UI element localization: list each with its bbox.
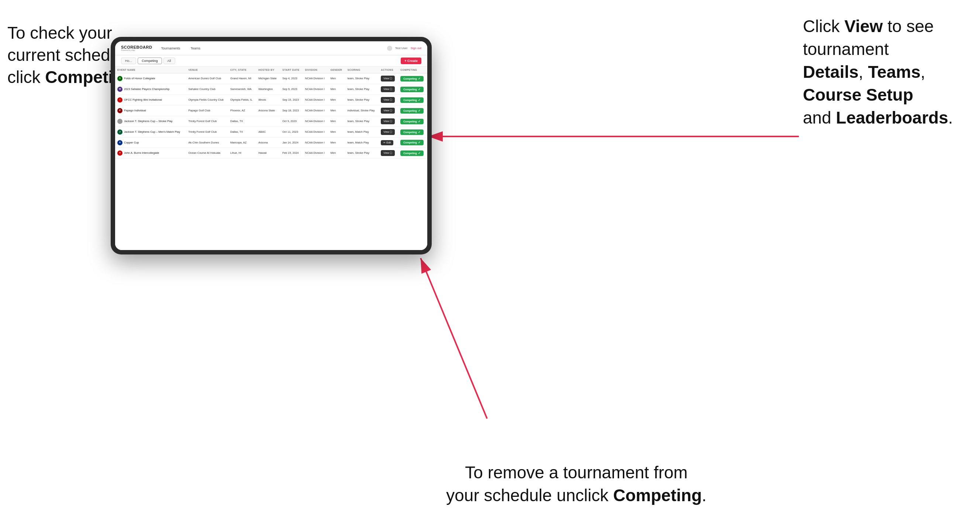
competing-button[interactable]: Competing [400,97,423,103]
col-scoring: SCORING [345,67,379,73]
create-button[interactable]: + Create [401,57,422,64]
cell-gender: Men [328,127,345,138]
header-left: SCOREBOARD Powered by clipp Tournaments … [121,45,202,51]
cell-division: NCAA Division I [303,73,328,84]
cell-division: NCAA Division I [303,84,328,95]
event-name-text: Copper Cup [124,141,139,144]
cell-event-name: W 2023 Sahalee Players Championship [115,84,186,95]
edit-button[interactable]: ✏ Edit [381,140,393,145]
col-gender: GENDER [328,67,345,73]
cell-actions: ✏ Edit [379,138,398,148]
cell-gender: Men [328,95,345,105]
competing-button[interactable]: Competing [400,151,423,156]
cell-division: NCAA Division I [303,95,328,105]
cell-scoring: team, Stroke Play [345,95,379,105]
competing-button[interactable]: Competing [400,119,423,124]
cell-competing: Competing [398,127,427,138]
user-text: Test User [395,46,408,50]
tab-competing[interactable]: Competing [138,57,162,64]
view-button[interactable]: View ⓘ [381,129,395,135]
cell-scoring: team, Stroke Play [345,148,379,159]
scoreboard-title: SCOREBOARD [121,45,152,49]
cell-competing: Competing [398,95,427,105]
nav-tournaments[interactable]: Tournaments [159,46,181,51]
col-event-name: EVENT NAME [115,67,186,73]
col-competing: COMPETING [398,67,427,73]
tablet-device: SCOREBOARD Powered by clipp Tournaments … [111,37,432,254]
cell-city-state: Lihue, HI [228,148,256,159]
nav-teams[interactable]: Teams [189,46,202,51]
cell-venue: Sahalee Country Club [186,84,228,95]
tab-home[interactable]: Ho... [121,57,136,64]
cell-city-state: Sammamish, WA [228,84,256,95]
competing-button[interactable]: Competing [400,129,423,135]
cell-hosted-by: Arizona [256,138,280,148]
tab-all[interactable]: All [164,57,175,64]
tournaments-table: EVENT NAME VENUE CITY, STATE HOSTED BY S… [115,67,427,159]
cell-actions: View ⓘ [379,95,398,105]
view-button[interactable]: View ⓘ [381,97,395,103]
team-logo: P [117,108,123,113]
cell-city-state: Olympia Fields, IL [228,95,256,105]
cell-competing: Competing [398,148,427,159]
header-right: Test User Sign out [387,46,422,51]
cell-city-state: Phoenix, AZ [228,105,256,116]
cell-gender: Men [328,105,345,116]
cell-city-state: Dallas, TX [228,127,256,138]
cell-competing: Competing [398,138,427,148]
cell-scoring: team, Match Play [345,127,379,138]
view-button[interactable]: View ⓘ [381,150,395,156]
cell-start-date: Oct 11, 2023 [280,127,303,138]
view-button[interactable]: View ⓘ [381,86,395,92]
cell-scoring: individual, Stroke Play [345,105,379,116]
filter-bar: Ho... Competing All + Create [115,55,427,67]
team-logo: H [117,151,123,156]
table-row: P Papago Individual Papago Golf Club Pho… [115,105,427,116]
cell-actions: View ⓘ [379,73,398,84]
cell-start-date: Sep 15, 2023 [280,95,303,105]
cell-hosted-by: Illinois [256,95,280,105]
team-logo: S [117,76,123,81]
cell-gender: Men [328,116,345,127]
event-name-text: John A. Burns Intercollegiate [124,151,159,155]
signout-text[interactable]: Sign out [410,46,422,50]
event-name-text: Jackson T. Stephens Cup – Men's Match Pl… [124,130,180,134]
table-row: H John A. Burns Intercollegiate Ocean Co… [115,148,427,159]
cell-hosted-by [256,116,280,127]
col-city-state: CITY, STATE [228,67,256,73]
cell-hosted-by: Washington [256,84,280,95]
cell-venue: Ocean Course At Hokuala [186,148,228,159]
col-venue: VENUE [186,67,228,73]
table-row: Jackson T. Stephens Cup – Stroke Play Tr… [115,116,427,127]
cell-venue: American Dunes Golf Club [186,73,228,84]
team-logo: J [117,129,123,135]
cell-actions: View ⓘ [379,84,398,95]
cell-competing: Competing [398,116,427,127]
team-logo: I [117,97,123,103]
event-name-text: OFCC Fighting Illini Invitational [124,98,162,102]
table-row: W 2023 Sahalee Players Championship Saha… [115,84,427,95]
cell-start-date: Feb 15, 2024 [280,148,303,159]
cell-scoring: team, Match Play [345,138,379,148]
competing-button[interactable]: Competing [400,87,423,92]
user-icon [387,46,392,51]
table-row: A Copper Cup Ak-Chin Southern Dunes Mari… [115,138,427,148]
cell-hosted-by: ABAC [256,127,280,138]
view-button[interactable]: View ⓘ [381,76,395,81]
event-name-text: Papago Individual [124,109,146,113]
competing-button[interactable]: Competing [400,108,423,114]
tablet-screen: SCOREBOARD Powered by clipp Tournaments … [115,41,427,250]
competing-button[interactable]: Competing [400,76,423,81]
table-row: S Folds of Honor Collegiate American Dun… [115,73,427,84]
event-name-text: 2023 Sahalee Players Championship [124,87,169,91]
cell-city-state: Maricopa, AZ [228,138,256,148]
cell-start-date: Sep 4, 2023 [280,73,303,84]
competing-button[interactable]: Competing [400,140,423,145]
view-button[interactable]: View ⓘ [381,118,395,124]
cell-city-state: Grand Haven, MI [228,73,256,84]
annotation-bottom: To remove a tournament from your schedul… [433,461,720,507]
cell-event-name: Jackson T. Stephens Cup – Stroke Play [115,116,186,127]
view-button[interactable]: View ⓘ [381,108,395,114]
tournaments-table-container: EVENT NAME VENUE CITY, STATE HOSTED BY S… [115,67,427,250]
annotation-text-line3: click [7,67,45,87]
